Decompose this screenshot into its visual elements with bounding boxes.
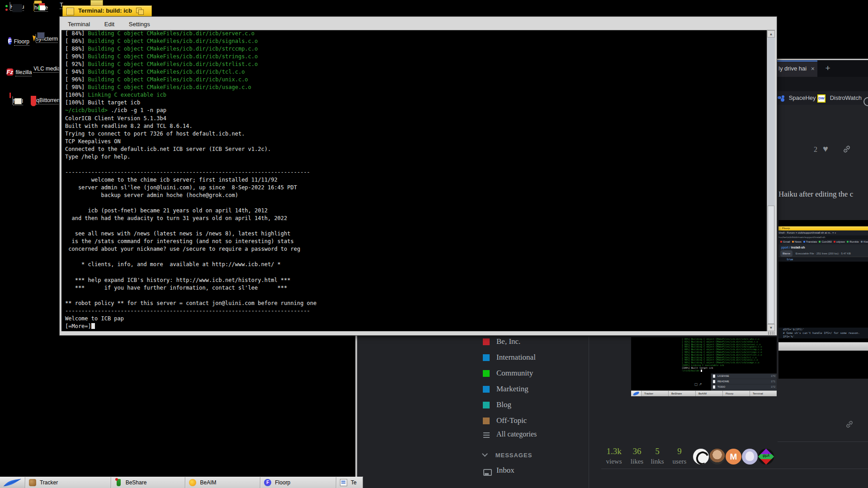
- stat-views: 1.3kviews: [603, 446, 625, 465]
- category-color-square: [483, 338, 490, 345]
- haiku-leaf-icon: [3, 478, 23, 487]
- terminal-icon: [340, 479, 347, 486]
- desktop-icon-floorp[interactable]: F Floorp: [5, 34, 33, 48]
- partial-icon-behind-tab: [90, 0, 103, 5]
- distrowatch-icon: DW: [817, 94, 826, 103]
- terminal-output[interactable]: [ 84%] Building C object CMakeFiles/icb.…: [61, 30, 767, 331]
- deskbar-leaf-menu[interactable]: [0, 477, 25, 488]
- desktop-icon-haiku[interactable]: Haiku: [2, 2, 32, 11]
- mini-file-row: README171: [711, 379, 777, 385]
- menu-terminal[interactable]: Terminal: [61, 21, 96, 28]
- bookmark-spacehey[interactable]: SpaceHey: [778, 91, 816, 105]
- category-label: Community: [496, 369, 533, 378]
- category-color-square: [483, 402, 490, 408]
- avatar[interactable]: [693, 449, 709, 465]
- mini-toolbar-icons: ▢ ↗: [694, 382, 702, 386]
- category-color-square: [483, 418, 490, 424]
- terminal-scrollbar[interactable]: ▲ ▼: [767, 30, 775, 331]
- category-color-square: [483, 354, 490, 361]
- desktop-icon-syncterm[interactable]: syncterm: [31, 34, 62, 43]
- beshare-icon: [117, 479, 121, 486]
- taskbar-item-beaim[interactable]: BeAIM: [185, 477, 260, 488]
- deskbar: Tracker BeShare BeAIM F Floorp Te: [0, 477, 363, 488]
- home-folder-icon: [33, 3, 34, 11]
- taskbar-item-tracker[interactable]: Tracker: [25, 477, 111, 488]
- mini-taskbar-item: BeAIM: [695, 391, 722, 396]
- browser-active-tab[interactable]: ly drive hai ×: [777, 61, 817, 77]
- desktop-icon-mail[interactable]: Mail: [4, 97, 32, 105]
- category-color-square: [483, 370, 490, 377]
- mini-taskbar-item: Tracker: [641, 391, 668, 396]
- tab-close-icon[interactable]: ×: [811, 61, 815, 76]
- avatar[interactable]: [742, 449, 758, 465]
- window-zoom-button[interactable]: [136, 8, 142, 13]
- magnet-icon: [31, 96, 36, 106]
- mini-taskbar-item: BeShare: [668, 391, 695, 396]
- post-text: Haiku after editing the c: [778, 190, 868, 199]
- floorp-icon: F: [264, 479, 271, 486]
- terminal-title-tab[interactable]: Terminal: build: icb: [62, 5, 152, 17]
- taskbar-item-beshare[interactable]: BeShare: [111, 477, 186, 488]
- icon-label: filezilla: [15, 69, 32, 76]
- avatar[interactable]: φμλ: [758, 449, 774, 465]
- icon-label: VLC media: [33, 66, 60, 73]
- scrollbar-knob[interactable]: [768, 206, 774, 324]
- floorp-icon: F: [8, 37, 12, 45]
- mini-taskbar-item: Floorp: [722, 391, 750, 396]
- sidebar-item-label: All categories: [496, 430, 537, 438]
- syncterm-icon: [35, 34, 36, 42]
- scroll-up-arrow[interactable]: ▲: [767, 30, 775, 38]
- stat-likes: 36likes: [627, 446, 646, 465]
- link-icon[interactable]: [844, 419, 854, 429]
- mailbox-icon: [12, 96, 13, 105]
- post-screenshot-github[interactable]: Floorp Shell - Forum × cicb/support/inst…: [778, 220, 868, 379]
- desktop-icon-qbittorrent[interactable]: qBittorrent: [30, 96, 62, 104]
- taskbar-label: Tracker: [40, 479, 58, 486]
- terminal-cursor: [91, 323, 95, 329]
- menu-settings[interactable]: Settings: [123, 21, 156, 28]
- avatar[interactable]: [709, 449, 725, 465]
- desktop-icon-filezilla[interactable]: Fz filezilla: [5, 66, 33, 78]
- taskbar-item-terminal[interactable]: Te: [336, 477, 363, 488]
- heart-icon[interactable]: ♥: [823, 144, 828, 154]
- category-label: Off-Topic: [496, 416, 527, 425]
- bookmark-label: SpaceHey: [789, 94, 816, 101]
- mini-tab-row: Shell - Forum × cicb/support/install-sh …: [778, 230, 868, 235]
- menu-edit[interactable]: Edit: [98, 21, 121, 28]
- mini-taskbar: TrackerBeShareBeAIMFloorpTerminal: [631, 390, 777, 396]
- taskbar-label: Floorp: [275, 479, 290, 486]
- row-divider: [778, 441, 868, 442]
- scroll-down-arrow[interactable]: ▼: [767, 324, 775, 331]
- haiku-icon: [9, 2, 10, 10]
- category-label: Marketing: [496, 385, 528, 394]
- post-screenshot-desktop[interactable]: [ 80%] Building C object CMakeFiles/icb.…: [631, 337, 777, 396]
- category-color-square: [483, 386, 490, 393]
- window-resize-grip[interactable]: [768, 332, 774, 335]
- category-label: Blog: [496, 400, 511, 409]
- chevron-down-icon: [482, 451, 488, 457]
- stat-users[interactable]: 9users: [670, 446, 689, 465]
- taskbar-label: Te: [351, 479, 357, 486]
- mini-file-list: LICENSE170README171TODO172: [711, 373, 777, 391]
- stat-links[interactable]: 5links: [648, 446, 666, 465]
- tab-title: ly drive hai: [778, 65, 807, 72]
- desktop: Haiku home T F Floorp syncterm Fz filezi…: [0, 0, 868, 488]
- sidebar-divider: [589, 337, 589, 488]
- filezilla-icon: Fz: [6, 68, 14, 76]
- bookmark-distrowatch[interactable]: DW DistroWatch: [817, 91, 862, 105]
- link-icon[interactable]: [842, 144, 852, 154]
- icon-label: qBittorrent: [36, 97, 61, 104]
- desktop-icon-vlc[interactable]: VLC media: [32, 64, 62, 73]
- new-tab-button[interactable]: +: [823, 63, 833, 73]
- desktop-icon-home[interactable]: home: [28, 3, 53, 12]
- bookmark-partial[interactable]: [863, 94, 868, 108]
- avatar[interactable]: M: [726, 449, 741, 465]
- window-close-button[interactable]: [66, 8, 74, 15]
- mini-code-line: true: [778, 257, 868, 262]
- tracker-icon: [29, 479, 36, 486]
- mini-window-bottom: [778, 342, 868, 351]
- messages-section-header[interactable]: MESSAGES: [483, 452, 532, 459]
- globe-icon: [863, 97, 868, 106]
- taskbar-item-floorp[interactable]: F Floorp: [260, 477, 336, 488]
- bookmark-label: DistroWatch: [830, 94, 862, 101]
